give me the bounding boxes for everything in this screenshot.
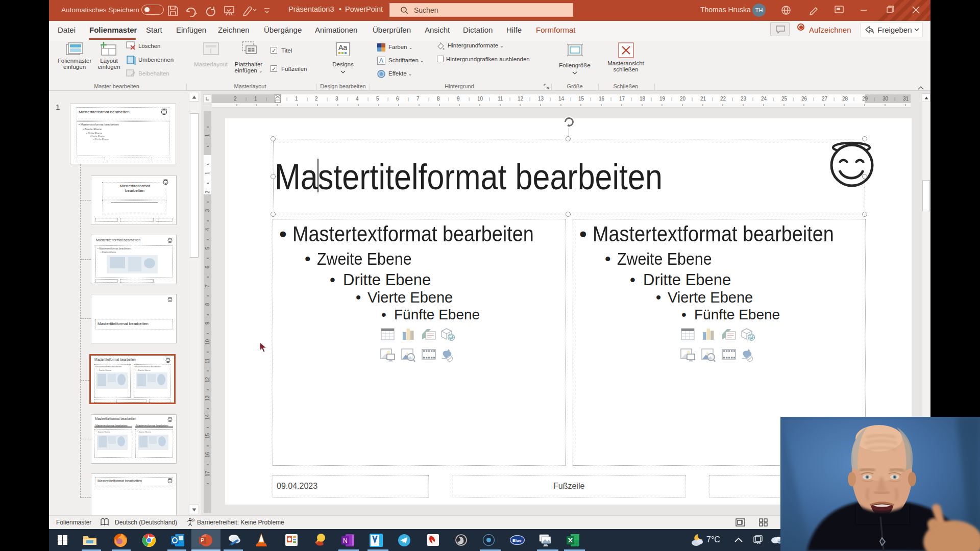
svg-text:N: N xyxy=(343,537,348,544)
svg-text:Blue: Blue xyxy=(512,538,522,543)
svg-text:P: P xyxy=(201,537,204,543)
